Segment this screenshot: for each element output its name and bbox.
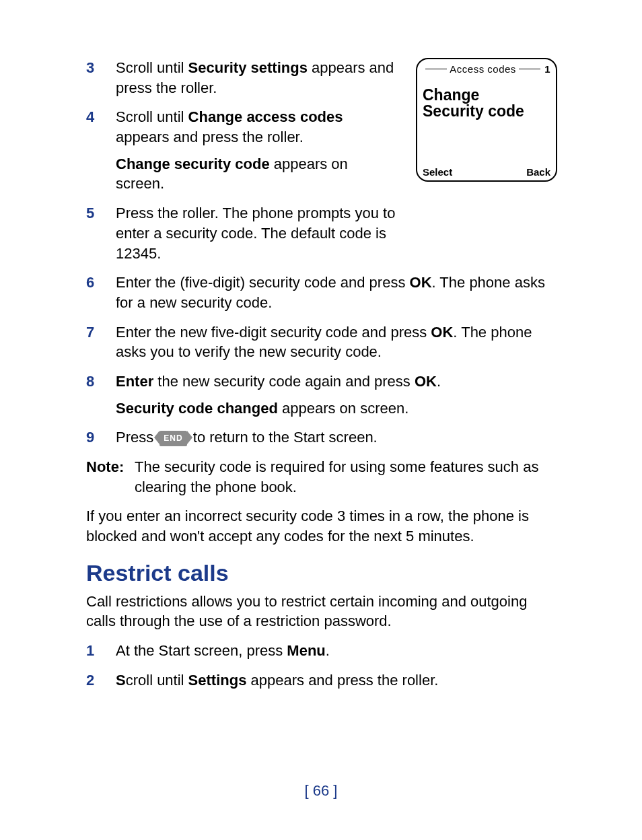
step-6: 6 Enter the (five-digit) security code a…: [86, 273, 557, 312]
header-rule: [425, 69, 447, 69]
step-9: 9 Press END to return to the Start scree…: [86, 427, 557, 448]
step-body: Enter the new security code again and pr…: [116, 372, 557, 418]
step-body: Press the roller. The phone prompts you …: [116, 203, 396, 263]
step-body: Scroll until Settings appears and press …: [116, 670, 557, 691]
restrict-step-1: 1 At the Start screen, press Menu.: [86, 641, 557, 661]
step-body: Enter the (five-digit) security code and…: [116, 273, 557, 312]
screen-index: 1: [543, 63, 550, 75]
top-row: 3 Scroll until Security settings appears…: [86, 58, 557, 273]
end-key-icon: END: [159, 431, 186, 446]
step-number: 9: [86, 427, 116, 448]
screen-header-label: Access codes: [450, 63, 516, 75]
step-body: Press END to return to the Start screen.: [116, 427, 557, 448]
header-rule: [519, 69, 540, 69]
page-number: [ 66 ]: [0, 782, 642, 800]
step-body: Enter the new five-digit security code a…: [116, 322, 557, 362]
page-content: 3 Scroll until Security settings appears…: [86, 58, 557, 700]
step-number: 6: [86, 273, 116, 312]
screen-main: Change Security code: [423, 75, 550, 166]
step-subtext: Security code changed appears on screen.: [116, 398, 557, 419]
step-number: 2: [86, 670, 116, 691]
step-body: Scroll until Change access codes appears…: [116, 107, 396, 194]
step-4: 4 Scroll until Change access codes appea…: [86, 107, 396, 194]
screen-header: Access codes 1: [423, 63, 550, 75]
screen-line1: Change: [423, 87, 550, 103]
step-subtext: Change security code appears on screen.: [116, 154, 396, 194]
restrict-step-2: 2 Scroll until Settings appears and pres…: [86, 670, 557, 691]
phone-screen-figure: Access codes 1 Change Security code Sele…: [416, 58, 557, 182]
phone-screen: Access codes 1 Change Security code Sele…: [416, 58, 557, 182]
step-body: At the Start screen, press Menu.: [116, 641, 557, 661]
step-number: 4: [86, 107, 116, 194]
step-number: 5: [86, 203, 116, 263]
note-text: The security code is required for using …: [135, 457, 557, 497]
step-8: 8 Enter the new security code again and …: [86, 372, 557, 418]
softkey-left: Select: [423, 166, 452, 178]
step-number: 7: [86, 322, 116, 362]
steps-column-narrow: 3 Scroll until Security settings appears…: [86, 58, 396, 273]
step-number: 8: [86, 372, 116, 418]
step-7: 7 Enter the new five-digit security code…: [86, 322, 557, 362]
note-label: Note:: [86, 457, 135, 497]
step-number: 1: [86, 641, 116, 661]
section-heading: Restrict calls: [86, 560, 557, 586]
step-number: 3: [86, 58, 116, 98]
section-intro: Call restrictions allows you to restrict…: [86, 592, 557, 631]
block-warning: If you enter an incorrect security code …: [86, 506, 557, 546]
step-body: Scroll until Security settings appears a…: [116, 58, 396, 98]
screen-line2: Security code: [423, 103, 550, 119]
note-block: Note: The security code is required for …: [86, 457, 557, 497]
softkey-right: Back: [526, 166, 550, 178]
step-5: 5 Press the roller. The phone prompts yo…: [86, 203, 396, 263]
screen-softkeys: Select Back: [423, 166, 550, 178]
step-3: 3 Scroll until Security settings appears…: [86, 58, 396, 98]
